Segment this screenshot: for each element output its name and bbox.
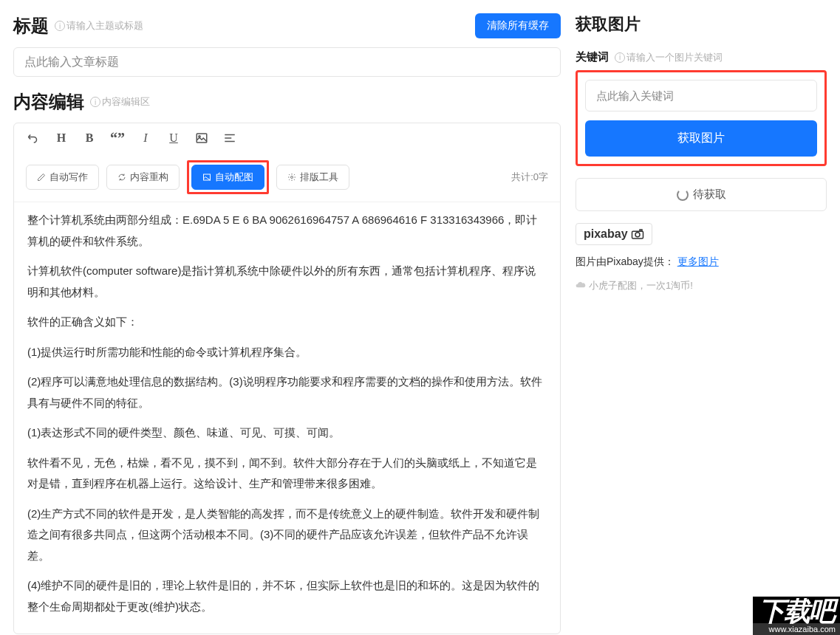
more-images-link[interactable]: 更多图片 bbox=[677, 255, 719, 267]
content-paragraph: (1)表达形式不同的硬件类型、颜色、味道、可见、可摸、可闻。 bbox=[27, 422, 547, 444]
auto-write-button[interactable]: 自动写作 bbox=[26, 165, 99, 190]
sidebar-panel: 获取图片 关键词 i 请输入一个图片关键词 获取图片 待获取 pixabay 图… bbox=[576, 13, 827, 622]
image-icon[interactable] bbox=[194, 131, 209, 145]
content-paragraph: (4)维护不同的硬件是旧的，理论上软件是旧的，并不坏，但实际上软件也是旧的和坏的… bbox=[27, 575, 547, 617]
svg-rect-9 bbox=[640, 230, 642, 231]
title-section-header: 标题 i 请输入主题或标题 清除所有缓存 bbox=[13, 13, 561, 38]
title-label: 标题 bbox=[13, 14, 49, 38]
keyword-input[interactable] bbox=[585, 80, 817, 111]
align-icon[interactable] bbox=[222, 131, 237, 145]
bold-icon[interactable]: B bbox=[82, 131, 97, 145]
footer-note: 小虎子配图，一次1淘币! bbox=[576, 279, 827, 292]
info-icon: i bbox=[615, 52, 625, 63]
watermark: 下载吧 www.xiazaiba.com bbox=[753, 597, 840, 635]
editor-hint: i 内容编辑区 bbox=[90, 95, 150, 109]
cloud-icon bbox=[576, 281, 586, 291]
content-paragraph: (2)程序可以满意地处理信息的数据结构。(3)说明程序功能要求和程序需要的文档的… bbox=[27, 371, 547, 413]
content-paragraph: 计算机软件(computer software)是指计算机系统中除硬件以外的所有… bbox=[27, 261, 547, 303]
word-count: 共计:0字 bbox=[511, 171, 548, 184]
main-panel: 标题 i 请输入主题或标题 清除所有缓存 内容编辑 i 内容编辑区 bbox=[13, 13, 561, 622]
fetch-image-button[interactable]: 获取图片 bbox=[585, 120, 817, 157]
spinner-icon bbox=[677, 189, 689, 201]
svg-point-8 bbox=[635, 233, 640, 237]
layout-tool-button[interactable]: 排版工具 bbox=[276, 165, 349, 190]
info-icon: i bbox=[55, 21, 65, 31]
keyword-label-row: 关键词 i 请输入一个图片关键词 bbox=[576, 50, 827, 64]
tool-icon bbox=[287, 173, 296, 182]
highlight-keyword-section: 获取图片 bbox=[576, 70, 827, 166]
italic-icon[interactable]: I bbox=[138, 131, 153, 145]
info-icon: i bbox=[90, 97, 100, 107]
refresh-icon bbox=[117, 173, 126, 182]
pending-button[interactable]: 待获取 bbox=[576, 178, 827, 211]
editor-label: 内容编辑 bbox=[13, 90, 84, 114]
camera-icon bbox=[631, 229, 644, 239]
action-toolbar: 自动写作 内容重构 自动配图 排版工具 共计:0字 bbox=[14, 153, 560, 202]
picture-icon bbox=[202, 173, 211, 182]
svg-point-6 bbox=[291, 176, 293, 179]
heading-icon[interactable]: H bbox=[54, 131, 69, 145]
content-paragraph: (1)提供运行时所需功能和性能的命令或计算机程序集合。 bbox=[27, 342, 547, 363]
sidebar-title: 获取图片 bbox=[576, 13, 827, 35]
restructure-button[interactable]: 内容重构 bbox=[106, 165, 180, 190]
quote-icon[interactable]: “” bbox=[110, 131, 125, 145]
editor-box: H B “” I U 自动写作 内容重构 bbox=[13, 123, 561, 634]
format-toolbar: H B “” I U bbox=[14, 123, 560, 153]
clear-cache-button[interactable]: 清除所有缓存 bbox=[475, 13, 561, 38]
highlight-auto-image: 自动配图 bbox=[187, 160, 269, 194]
content-paragraph: 软件看不见，无色，枯燥，看不见，摸不到，闻不到。软件大部分存在于人们的头脑或纸上… bbox=[27, 453, 547, 495]
auto-image-button[interactable]: 自动配图 bbox=[191, 165, 264, 190]
content-paragraph: 软件的正确含义如下： bbox=[27, 312, 547, 333]
editor-section-header: 内容编辑 i 内容编辑区 bbox=[13, 90, 561, 114]
editor-content[interactable]: 整个计算机系统由两部分组成：E.69DA 5 E 6 BA 9062616964… bbox=[14, 202, 560, 634]
underline-icon[interactable]: U bbox=[166, 131, 181, 145]
title-input[interactable] bbox=[13, 47, 561, 77]
undo-icon[interactable] bbox=[26, 131, 41, 145]
title-hint: i 请输入主题或标题 bbox=[55, 19, 143, 32]
pixabay-badge: pixabay bbox=[576, 223, 652, 245]
content-paragraph: 整个计算机系统由两部分组成：E.69DA 5 E 6 BA 9062616964… bbox=[27, 210, 547, 252]
credit-row: 图片由Pixabay提供： 更多图片 bbox=[576, 255, 827, 269]
content-paragraph: (2)生产方式不同的软件是开发，是人类智能的高发挥，而不是传统意义上的硬件制造。… bbox=[27, 504, 547, 567]
keyword-hint: i 请输入一个图片关键词 bbox=[615, 51, 723, 64]
pencil-icon bbox=[37, 173, 46, 182]
keyword-label: 关键词 bbox=[576, 50, 609, 64]
